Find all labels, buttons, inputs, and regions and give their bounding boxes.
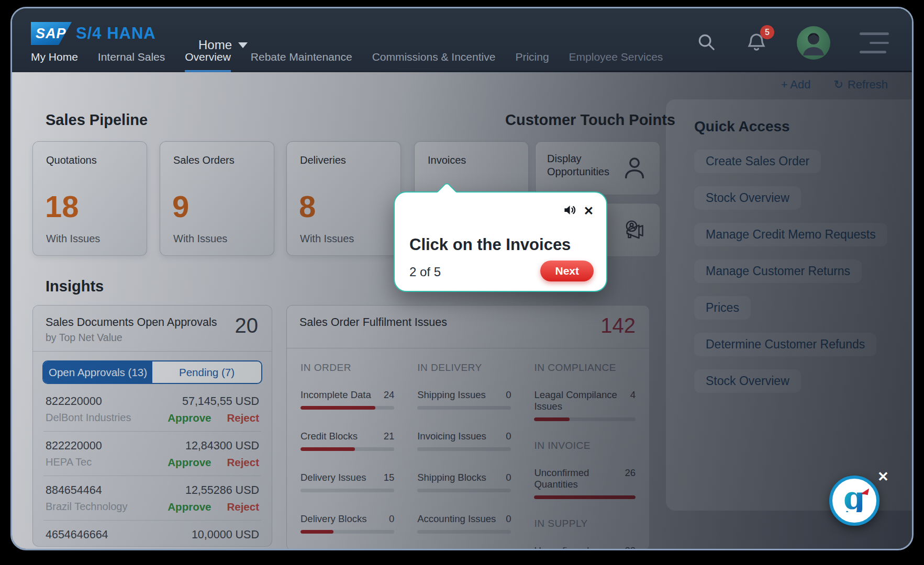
- hamburger-menu-icon[interactable]: [860, 32, 889, 53]
- metric: Leagal Compilance Issues4: [534, 389, 636, 421]
- metric-label: Shipping Blocks: [417, 472, 486, 483]
- open-approvals-title: Sales Documents Open Approvals: [46, 316, 259, 329]
- metric-bar: [300, 530, 394, 534]
- card-value: 9: [172, 189, 189, 224]
- notification-badge: 5: [760, 25, 774, 39]
- close-icon[interactable]: ✕: [584, 205, 594, 217]
- pipeline-card-quotations[interactable]: Quotations 18 With Issues: [32, 141, 147, 256]
- metric-bar: [300, 489, 394, 492]
- nav-item-pricing[interactable]: Pricing: [515, 51, 549, 72]
- metric-bar: [417, 447, 511, 451]
- add-button-label: + Add: [781, 78, 811, 92]
- nav-item-employee-services[interactable]: Employee Services: [569, 51, 663, 72]
- metric: Delivery Blocks0: [300, 513, 394, 534]
- company-name: HEPA Tec: [46, 456, 168, 469]
- pipeline-card-sales-orders[interactable]: Sales Orders 9 With Issues: [160, 141, 274, 256]
- add-button[interactable]: + Add: [781, 78, 811, 92]
- nav-item-rebate-maintenance[interactable]: Rebate Maintenance: [251, 51, 352, 72]
- metric-value: 0: [506, 431, 511, 442]
- tab-open-approvals[interactable]: Open Approvals (13): [43, 361, 152, 383]
- metric-label: Delivery Blocks: [300, 513, 366, 525]
- person-megaphone-icon: [619, 216, 648, 247]
- table-row: 822220000 12,84300 USD HEPA Tec Approve …: [43, 432, 261, 476]
- fulfilment-title: Sales Order Fulfilment Issues: [299, 316, 637, 341]
- column-header: IN INVOICE: [534, 440, 636, 451]
- quick-access-determine-customer-refunds[interactable]: Determine Customer Refunds: [694, 333, 876, 356]
- sap-logo-text: SAP: [36, 26, 66, 42]
- approve-button[interactable]: Approve: [168, 456, 211, 469]
- metric: Shipping Issues0: [417, 389, 511, 410]
- nav-item-internal-sales[interactable]: Internal Sales: [98, 51, 165, 72]
- approve-button[interactable]: Approve: [168, 545, 211, 547]
- refresh-button[interactable]: ↻ Refresh: [834, 78, 888, 92]
- sap-logo-mark: SAP: [31, 22, 72, 45]
- tab-pending[interactable]: Pending (7): [152, 361, 261, 383]
- metric-value: 24: [384, 389, 395, 401]
- quick-access-list: Create Sales Order Stock Overview Manage…: [694, 150, 887, 393]
- document-amount: 57,145,55 USD: [168, 395, 259, 408]
- card-title: Display Opportunities: [547, 152, 626, 178]
- table-row: 884654464 12,55286 USD Brazil Technology…: [43, 476, 261, 521]
- guide-widget-badge[interactable]: g: [829, 476, 880, 526]
- card-caption: With Issues: [300, 233, 354, 245]
- fulfilment-columns: IN ORDER Incomplete Data24 Credit Blocks…: [287, 348, 649, 550]
- card-caption: With Issues: [173, 233, 227, 245]
- next-button[interactable]: Next: [540, 261, 594, 281]
- refresh-button-label: Refresh: [848, 78, 888, 92]
- reject-button[interactable]: Reject: [227, 545, 259, 547]
- card-title: Sales Orders: [173, 154, 235, 166]
- fulfilment-total: 142: [600, 314, 636, 337]
- column-header: IN SUPPLY: [534, 518, 636, 529]
- nav-item-overview[interactable]: Overview: [185, 51, 231, 72]
- pipeline-card-deliveries[interactable]: Deliveries 8 With Issues: [286, 141, 401, 256]
- card-value: 18: [45, 189, 79, 224]
- metric-label: Shipping Issues: [417, 389, 486, 401]
- quick-access-manage-customer-returns[interactable]: Manage Customer Returns: [694, 259, 862, 283]
- quick-access-prices[interactable]: Prices: [694, 296, 751, 320]
- bell-icon[interactable]: 5: [745, 31, 767, 55]
- metric: Invoicing Issues0: [417, 431, 511, 451]
- search-icon[interactable]: [696, 32, 716, 54]
- metric-value: 0: [506, 513, 511, 525]
- top-bar: SAP S/4 HANA Home My Home Internal Sales…: [12, 8, 912, 72]
- metric-bar: [417, 530, 511, 534]
- approvals-tabs: Open Approvals (13) Pending (7): [42, 360, 262, 384]
- reject-button[interactable]: Reject: [227, 412, 259, 424]
- nav-item-commissions-incentive[interactable]: Commissions & Incentive: [372, 51, 496, 72]
- touch-card-display-opportunities[interactable]: Display Opportunities: [535, 141, 660, 195]
- nav-item-my-home[interactable]: My Home: [31, 51, 78, 72]
- metric: Accounting Issues0: [417, 513, 511, 534]
- metric-label: Delivery Issues: [300, 472, 366, 483]
- home-dropdown[interactable]: Home: [198, 38, 248, 52]
- quick-access-create-sales-order[interactable]: Create Sales Order: [694, 150, 821, 173]
- primary-nav: My Home Internal Sales Overview Rebate M…: [31, 51, 663, 72]
- audio-icon[interactable]: [563, 203, 577, 219]
- company-name: Brazil Technology: [46, 501, 168, 513]
- sap-logo: SAP S/4 HANA: [31, 22, 156, 45]
- metric-value: 15: [384, 472, 395, 483]
- metric-bar: [417, 489, 511, 492]
- guide-close-icon[interactable]: ✕: [877, 469, 889, 485]
- approve-button[interactable]: Approve: [168, 501, 211, 513]
- metric: Credit Blocks21: [300, 431, 394, 451]
- quick-access-stock-overview-2[interactable]: Stock Overview: [694, 369, 801, 393]
- metric: Delivery Issues15: [300, 472, 394, 492]
- metric-value: 21: [384, 431, 395, 442]
- metric-value: 23: [625, 545, 636, 550]
- quick-access-title: Quick Access: [694, 118, 790, 135]
- reject-button[interactable]: Reject: [227, 501, 259, 513]
- quick-access-panel: Quick Access Create Sales Order Stock Ov…: [666, 99, 912, 511]
- reject-button[interactable]: Reject: [227, 456, 259, 469]
- metric-value: 0: [506, 472, 511, 483]
- metric-bar: [300, 406, 394, 410]
- tooltip-title: Click on the Invoices: [409, 235, 571, 254]
- table-row: 4654646664 10,0000 USD ACDA Tec Approve …: [43, 521, 261, 547]
- open-approvals-total: 20: [235, 314, 259, 337]
- guide-logo-accent: [861, 487, 869, 495]
- approve-button[interactable]: Approve: [168, 412, 211, 424]
- metric-value: 0: [506, 389, 511, 401]
- quick-access-stock-overview[interactable]: Stock Overview: [694, 186, 801, 210]
- avatar[interactable]: [797, 26, 830, 60]
- fulfilment-header: Sales Order Fulfilment Issues 142: [287, 306, 649, 348]
- quick-access-manage-credit-memo-requests[interactable]: Manage Credit Memo Requests: [694, 223, 887, 246]
